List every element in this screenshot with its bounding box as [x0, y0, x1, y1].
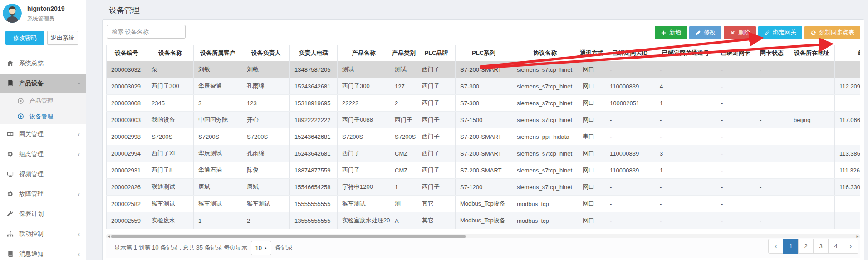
table-body: 200003032泵刘敏刘敏13487587205测试测试西门子S7-200-S…	[107, 61, 861, 229]
table-cell: 西门子0088	[338, 112, 390, 128]
summary-prefix: 显示第 1 到第 10 条记录 , 总共 35 条记录 每页显示	[114, 244, 247, 252]
header-row: 设备编号设备名称设备所属客户设备负责人负责人电话产品名称产品类别PLC品牌PLC…	[107, 45, 861, 61]
table-cell: 中国国务院	[194, 112, 242, 128]
table-cell: CMZ	[390, 145, 417, 162]
table-cell: 唐斌	[242, 179, 290, 196]
table-cell	[755, 128, 789, 145]
table-cell: -	[755, 179, 789, 196]
table-cell: -	[716, 78, 755, 95]
table-cell: modbus_tcp	[512, 196, 578, 212]
table-cell: S7200S	[194, 128, 242, 145]
table-cell: -	[716, 95, 755, 112]
table-cell	[835, 128, 861, 145]
table-cell: S7-1200	[456, 179, 512, 196]
summary-suffix: 条记录	[275, 244, 293, 252]
table-row[interactable]: 200003003我的设备中国国务院开心18922222222西门子0088西门…	[107, 112, 861, 128]
table-row[interactable]: 200002994西门子XI华辰测试孔雨绵15243642681西门子CMZ西门…	[107, 145, 861, 162]
table-cell	[835, 61, 861, 78]
table-cell: 西门子	[417, 95, 456, 112]
table-cell: 其它	[417, 212, 456, 229]
user-card: hignton2019 系统管理员	[0, 0, 86, 26]
page-title: 设备管理	[109, 5, 140, 15]
table-cell	[755, 145, 789, 162]
table-row[interactable]: 200002582猴车测试猴车测试猴车测试15555555555猴车测试测其它M…	[107, 196, 861, 212]
sidebar-item-system-overview[interactable]: 系统总览	[0, 54, 86, 74]
sidebar-item-message-notify[interactable]: 消息通知‹	[0, 244, 86, 260]
table-cell: 西门子	[338, 145, 390, 162]
button-label: 修改	[704, 29, 716, 37]
table-cell: 22222	[338, 95, 390, 112]
table-row[interactable]: 200002998S7200SS7200SS7200S15243642681S7…	[107, 128, 861, 145]
logout-button[interactable]: 退出系统	[47, 31, 78, 45]
table-cell: 18874877559	[290, 162, 338, 179]
add-button[interactable]: 新增	[655, 26, 687, 39]
table-cell: 西门子	[417, 78, 456, 95]
force-sync-button[interactable]: 强制同步点表	[804, 26, 860, 39]
table-cell: 112.2093	[835, 78, 861, 95]
sidebar-item-label: 保养计划	[19, 204, 44, 224]
table-cell: 刘敏	[194, 61, 242, 78]
x-icon	[730, 30, 736, 36]
table-cell: -	[716, 145, 755, 162]
table-cell: siemens_s7tcp_hinet	[512, 61, 578, 78]
table-cell: 110000839	[605, 145, 655, 162]
table-cell: 200002994	[107, 145, 147, 162]
avatar	[3, 4, 22, 23]
table-row[interactable]: 200002559实验废水1213555555555实验室废水处理2019A其它…	[107, 212, 861, 229]
table-cell: 4	[655, 78, 716, 95]
sidebar-item-maintain-plan[interactable]: 保养计划	[0, 204, 86, 224]
page-prev-button[interactable]: ‹	[768, 239, 784, 254]
table-row[interactable]: 200003029西门子300华辰智通孔雨绵15243642681西门子3001…	[107, 78, 861, 95]
edit-button[interactable]: 修改	[689, 26, 721, 39]
change-password-button[interactable]: 修改密码	[5, 31, 44, 45]
table-cell	[835, 212, 861, 229]
table-cell: 猴车测试	[242, 196, 290, 212]
sidebar-item-product-manage[interactable]: 产品管理	[0, 93, 86, 109]
table-cell: 华辰智通	[194, 78, 242, 95]
table-cell: 网口	[578, 95, 605, 112]
page-button-1[interactable]: 1	[783, 239, 799, 254]
table-row[interactable]: 200002826联通测试唐斌唐斌15546654258字符串12001西门子S…	[107, 179, 861, 196]
column-header: 产品名称	[338, 45, 390, 61]
bind-gateway-button[interactable]: 绑定网关	[758, 26, 802, 39]
search-input[interactable]	[107, 25, 186, 39]
table-cell: siemens_s7tcp_hinet	[512, 112, 578, 128]
device-table: 设备编号设备名称设备所属客户设备负责人负责人电话产品名称产品类别PLC品牌PLC…	[106, 45, 860, 229]
table-cell: 15546654258	[290, 179, 338, 196]
sidebar-item-label: 产品设备	[19, 74, 44, 93]
table-cell: 西门子	[417, 61, 456, 78]
sidebar-item-fault-manage[interactable]: 故障管理‹	[0, 184, 86, 204]
table-cell: 我的设备	[147, 112, 194, 128]
refresh-icon	[810, 30, 816, 36]
sidebar-item-video-manage[interactable]: 视频管理	[0, 164, 86, 184]
table-cell: 2	[390, 95, 417, 112]
table-cell: 15243642681	[290, 78, 338, 95]
table-cell	[789, 128, 835, 145]
column-header: 负责人电话	[290, 45, 338, 61]
sidebar-item-device-manage[interactable]: 设备管理	[0, 109, 86, 124]
sidebar-item-label: 产品管理	[29, 93, 53, 109]
table-row[interactable]: 200002931西门子8华通石油陈俊18874877559西门子CMZ西门子S…	[107, 162, 861, 179]
sidebar-item-label: 消息通知	[19, 244, 44, 260]
table-cell: 1	[655, 95, 716, 112]
delete-button[interactable]: 删除	[724, 26, 756, 39]
table-cell: 123	[242, 95, 290, 112]
page-size-dropdown[interactable]: 10 ▲	[251, 241, 271, 255]
page-button-4[interactable]: 4	[828, 239, 843, 254]
page-button-3[interactable]: 3	[813, 239, 829, 254]
table-head: 设备编号设备名称设备所属客户设备负责人负责人电话产品名称产品类别PLC品牌PLC…	[107, 45, 861, 61]
table-cell: 117.0662	[835, 112, 861, 128]
table-cell: 网口	[578, 112, 605, 128]
table-row[interactable]: 2000030082345312315318919695222222西门子S7-…	[107, 95, 861, 112]
table-row[interactable]: 200003032泵刘敏刘敏13487587205测试测试西门子S7-200-S…	[107, 61, 861, 78]
sidebar-item-gateway-manage[interactable]: 网关管理‹	[0, 124, 86, 144]
column-header: 设备负责人	[242, 45, 290, 61]
table-cell: S7200S	[147, 128, 194, 145]
sidebar-item-linkage-control[interactable]: 联动控制‹	[0, 224, 86, 244]
page-button-2[interactable]: 2	[798, 239, 814, 254]
page-next-button[interactable]: ›	[843, 239, 858, 254]
device-table-wrap: 设备编号设备名称设备所属客户设备负责人负责人电话产品名称产品类别PLC品牌PLC…	[106, 45, 860, 231]
sidebar-item-hmi-manage[interactable]: 组态管理‹	[0, 144, 86, 164]
table-cell: 猴车测试	[338, 196, 390, 212]
sidebar-item-product-device[interactable]: 产品设备‹	[0, 74, 86, 93]
